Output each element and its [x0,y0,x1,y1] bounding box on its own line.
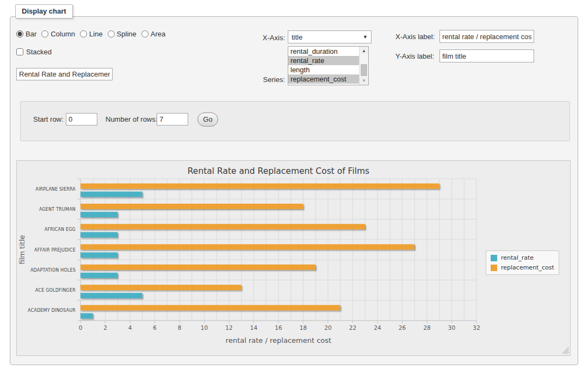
chart-type-radio-column[interactable] [41,30,48,37]
stacked-checkbox-row: Stacked [16,48,52,56]
bar-rental_rate[interactable] [81,293,143,298]
bar-rental_rate[interactable] [81,212,117,217]
x-tick-label: 20 [324,324,331,331]
bar-rental_rate[interactable] [81,232,117,237]
y-category-label: AFRICAN EGG [45,227,76,232]
bar-replacement_cost[interactable] [81,204,303,209]
y-category-label: ACADEMY DINOSAUR [28,308,76,313]
chart-type-radio-label: Area [151,30,165,38]
y-category-label: AIRPLANE SIERRA [35,187,76,192]
chart-type-radio-group: BarColumnLineSplineArea [16,30,165,38]
series-listbox[interactable]: rental_durationrental_ratelengthreplacem… [288,46,369,85]
x-tick-label: 8 [178,324,182,331]
chart-title-input[interactable] [16,68,113,80]
legend-label: rental_rate [501,254,534,261]
x-tick-label: 14 [250,324,258,331]
x-tick-label: 6 [153,324,157,331]
chart-type-option-spline[interactable]: Spline [108,30,137,38]
page: Display chart BarColumnLineSplineArea St… [0,0,588,370]
bar-rental_rate[interactable] [81,192,143,197]
chart-type-radio-label: Spline [117,30,137,38]
chart-type-radio-bar[interactable] [16,30,23,37]
chart-type-option-area[interactable]: Area [141,30,165,38]
y-axis-label-label: Y-Axis label: [395,52,434,60]
bar-replacement_cost[interactable] [81,285,242,290]
x-tick-label: 2 [103,324,107,331]
rows-panel: Start row: Number of rows: Go [20,101,570,141]
x-tick-label: 4 [128,324,132,331]
y-axis-label-input[interactable] [440,49,534,62]
x-tick-label: 22 [349,324,356,331]
bar-replacement_cost[interactable] [81,224,365,229]
stacked-checkbox[interactable] [16,48,23,55]
bar-rental_rate[interactable] [81,273,117,278]
resize-handle-icon[interactable] [562,347,569,354]
chart-type-option-bar[interactable]: Bar [16,30,36,38]
go-button[interactable]: Go [197,112,218,127]
series-option-length[interactable]: length [288,65,359,74]
x-tick-label: 0 [79,324,83,331]
chart-title: Rental Rate and Replacement Cost of Film… [188,166,369,176]
bar-replacement_cost[interactable] [81,184,440,189]
y-axis-title: film title [18,235,26,264]
chart-type-option-column[interactable]: Column [41,30,75,38]
x-axis-label-label: X-Axis label: [395,33,435,41]
chart-type-radio-label: Column [51,30,75,38]
series-options: rental_durationrental_ratelengthreplacem… [288,47,359,85]
bar-replacement_cost[interactable] [81,244,414,250]
scrollbar-thumb[interactable] [361,64,367,76]
x-tick-label: 24 [374,324,381,331]
y-category-label: ACE GOLDFINGER [35,288,76,293]
legend-item-rental_rate[interactable]: rental_rate [491,254,554,261]
listbox-scrollbar[interactable]: ▲ ▼ [359,47,368,85]
x-tick-label: 12 [225,324,232,331]
x-axis-select-label: X-Axis: [247,34,285,42]
bar-rental_rate[interactable] [81,253,117,258]
start-row-label: Start row: [33,115,64,123]
x-axis-title: rental rate / replacement cost [226,336,331,344]
chart-bars [81,184,440,319]
chart-type-radio-line[interactable] [80,30,87,37]
x-tick-label: 26 [399,324,406,331]
chart-container: AIRPLANE SIERRAAGENT TRUMANAFRICAN EGGAF… [16,160,571,356]
series-listbox-label: Series: [247,76,285,84]
x-axis-selected-value: title [292,33,363,41]
scroll-up-icon[interactable]: ▲ [360,47,368,55]
y-category-label: AGENT TRUMAN [39,207,76,212]
bar-rental_rate[interactable] [81,313,93,318]
x-axis-label-input[interactable] [440,30,534,43]
chart-type-radio-spline[interactable] [108,30,115,37]
x-tick-label: 30 [448,324,455,331]
number-of-rows-label: Number of rows: [106,115,157,123]
bar-replacement_cost[interactable] [81,305,341,310]
chart-type-option-line[interactable]: Line [80,30,103,38]
chart-type-radio-area[interactable] [141,30,148,37]
chart-type-radio-label: Bar [26,30,36,38]
start-row-input[interactable] [66,113,97,126]
chart-axes [77,179,476,323]
series-option-rental_duration[interactable]: rental_duration [288,47,359,56]
series-option-rental_rate[interactable]: rental_rate [288,56,359,65]
chart-legend: rental_ratereplacement_cost [486,250,559,275]
x-tick-label: 16 [275,324,282,331]
legend-label: replacement_cost [501,264,554,271]
y-category-label: AFFAIR PREJUDICE [34,248,76,253]
stacked-label: Stacked [26,48,52,56]
x-tick-label: 28 [423,324,430,331]
y-category-label: ADAPTATION HOLES [30,268,76,273]
chevron-down-icon: ▼ [363,34,368,40]
x-axis-select[interactable]: title ▼ [288,30,372,43]
legend-swatch-icon [491,255,497,261]
x-tick-label: 32 [473,324,480,331]
fieldset-legend-title: Display chart [15,4,73,18]
x-tick-label: 10 [201,324,208,331]
legend-item-replacement_cost[interactable]: replacement_cost [491,264,554,271]
series-option-replacement_cost[interactable]: replacement_cost [288,74,359,84]
legend-swatch-icon [491,265,497,271]
chart-type-radio-label: Line [89,30,103,38]
number-of-rows-input[interactable] [157,113,188,126]
bar-replacement_cost[interactable] [81,265,315,270]
scroll-down-icon[interactable]: ▼ [360,77,368,85]
x-tick-label: 18 [300,324,307,331]
